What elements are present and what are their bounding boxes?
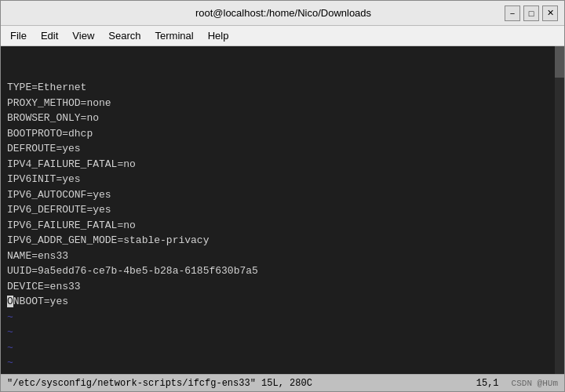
status-file-info: "/etc/sysconfig/network-scripts/ifcfg-en… <box>7 378 476 389</box>
status-bar: "/etc/sysconfig/network-scripts/ifcfg-en… <box>1 374 564 391</box>
terminal-window: root@localhost:/home/Nico/Downloads − □ … <box>0 0 565 392</box>
editor-line: IPV6_AUTOCONF=yes <box>7 187 558 203</box>
maximize-button[interactable]: □ <box>523 5 539 21</box>
editor-line: PROXY_METHOD=none <box>7 96 558 111</box>
cursor: O <box>7 296 13 307</box>
editor-area[interactable]: TYPE=EthernetPROXY_METHOD=noneBROWSER_ON… <box>1 46 564 374</box>
menu-item-edit[interactable]: Edit <box>35 28 64 43</box>
menu-item-file[interactable]: File <box>4 28 33 43</box>
editor-line: ~ <box>7 340 558 356</box>
editor-content[interactable]: TYPE=EthernetPROXY_METHOD=noneBROWSER_ON… <box>1 46 564 374</box>
editor-line: TYPE=Ethernet <box>7 80 558 96</box>
status-position: 15,1 <box>476 378 499 389</box>
menu-bar: FileEditViewSearchTerminalHelp <box>1 26 564 46</box>
menu-item-terminal[interactable]: Terminal <box>149 28 200 43</box>
scrollbar[interactable] <box>555 46 564 374</box>
minimize-button[interactable]: − <box>505 5 520 21</box>
title-bar: root@localhost:/home/Nico/Downloads − □ … <box>1 1 564 26</box>
editor-line: BOOTPROTO=dhcp <box>7 126 558 142</box>
status-right: CSDN @HUm <box>512 379 558 388</box>
editor-line: IPV6_ADDR_GEN_MODE=stable-privacy <box>7 233 558 249</box>
editor-line: IPV6_FAILURE_FATAL=no <box>7 218 558 234</box>
editor-line: ~ <box>7 310 558 325</box>
editor-line: DEFROUTE=yes <box>7 141 558 157</box>
menu-item-help[interactable]: Help <box>202 28 235 43</box>
editor-line: ~ <box>7 371 558 375</box>
window-controls: − □ ✕ <box>505 5 558 21</box>
editor-line: ONBOOT=yes <box>7 294 558 310</box>
editor-line: IPV6_DEFROUTE=yes <box>7 202 558 218</box>
editor-line: NAME=ens33 <box>7 249 558 264</box>
editor-line: ~ <box>7 325 558 340</box>
scrollbar-thumb[interactable] <box>555 46 564 78</box>
menu-item-search[interactable]: Search <box>102 28 147 43</box>
editor-line: BROWSER_ONLY=no <box>7 111 558 126</box>
close-button[interactable]: ✕ <box>542 5 558 21</box>
editor-line: IPV4_FAILURE_FATAL=no <box>7 157 558 172</box>
editor-line: UUID=9a5edd76-ce7b-4be5-b28a-6185f630b7a… <box>7 263 558 279</box>
menu-item-view[interactable]: View <box>66 28 100 43</box>
editor-line: IPV6INIT=yes <box>7 172 558 187</box>
window-title: root@localhost:/home/Nico/Downloads <box>62 7 505 19</box>
editor-line: ~ <box>7 355 558 371</box>
editor-line: DEVICE=ens33 <box>7 279 558 295</box>
